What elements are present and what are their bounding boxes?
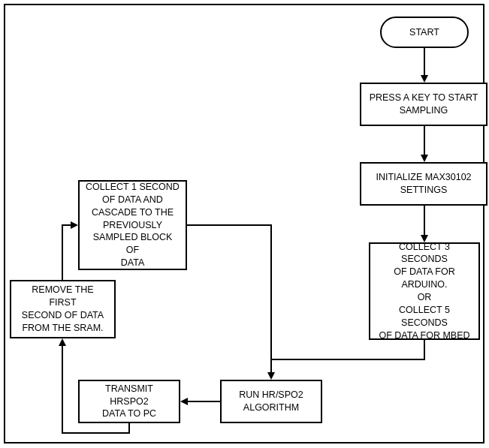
node-press-key: PRESS A KEY TO START SAMPLING xyxy=(360,83,487,126)
flowchart-frame xyxy=(4,4,484,443)
node-transmit: TRANSMIT HRSPO2 DATA TO PC xyxy=(78,380,180,423)
node-start: START xyxy=(380,17,469,48)
node-collect-one: COLLECT 1 SECOND OF DATA AND CASCADE TO … xyxy=(78,180,187,270)
flowchart-canvas: START PRESS A KEY TO START SAMPLING INIT… xyxy=(0,0,489,448)
node-initialize: INITIALIZE MAX30102 SETTINGS xyxy=(360,162,487,206)
node-remove-first: REMOVE THE FIRST SECOND OF DATA FROM THE… xyxy=(10,280,116,338)
node-run-algorithm: RUN HR/SPO2 ALGORITHM xyxy=(220,380,322,423)
node-collect-initial: COLLECT 3 SECONDS OF DATA FOR ARDUINO. O… xyxy=(369,242,480,340)
